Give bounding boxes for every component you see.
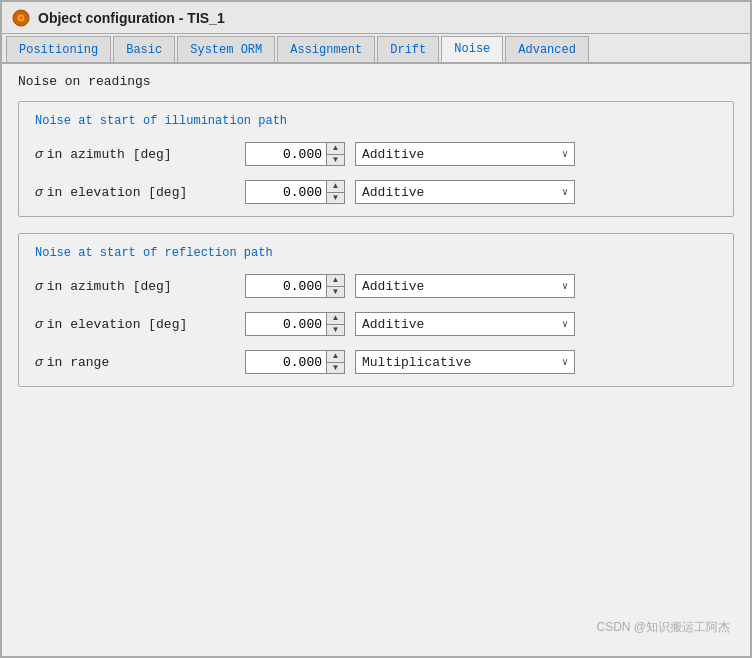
tab-assignment[interactable]: Assignment bbox=[277, 36, 375, 62]
illum-azimuth-dropdown[interactable]: Additive ∨ bbox=[355, 142, 575, 166]
tab-noise[interactable]: Noise bbox=[441, 36, 503, 62]
sigma-symbol: σ bbox=[35, 147, 43, 162]
refl-azimuth-input[interactable] bbox=[246, 275, 326, 297]
refl-elevation-spin-up[interactable]: ▲ bbox=[327, 313, 344, 325]
refl-range-row: σ in range ▲ ▼ Multiplicative ∨ bbox=[35, 350, 717, 374]
sigma-symbol-2: σ bbox=[35, 185, 43, 200]
sigma-symbol-4: σ bbox=[35, 317, 43, 332]
bottom-area: CSDN @知识搬运工阿杰 bbox=[2, 536, 750, 656]
refl-elevation-input[interactable] bbox=[246, 313, 326, 335]
main-window: Object configuration - TIS_1 Positioning… bbox=[0, 0, 752, 658]
illum-azimuth-spin-down[interactable]: ▼ bbox=[327, 155, 344, 166]
refl-range-dropdown-arrow: ∨ bbox=[562, 356, 568, 368]
illum-azimuth-input[interactable] bbox=[246, 143, 326, 165]
illum-elevation-spinbox[interactable]: ▲ ▼ bbox=[245, 180, 345, 204]
illum-elevation-row: σ in elevation [deg] ▲ ▼ Additive ∨ bbox=[35, 180, 717, 204]
illum-elevation-spin-down[interactable]: ▼ bbox=[327, 193, 344, 204]
illum-elevation-input[interactable] bbox=[246, 181, 326, 203]
reflection-group: Noise at start of reflection path σ in a… bbox=[18, 233, 734, 387]
refl-elevation-spinbox-buttons: ▲ ▼ bbox=[326, 313, 344, 335]
refl-azimuth-spinbox-buttons: ▲ ▼ bbox=[326, 275, 344, 297]
refl-range-label: σ in range bbox=[35, 355, 235, 370]
refl-azimuth-dropdown-arrow: ∨ bbox=[562, 280, 568, 292]
illum-azimuth-spinbox-buttons: ▲ ▼ bbox=[326, 143, 344, 165]
sigma-symbol-5: σ bbox=[35, 355, 43, 370]
refl-elevation-spin-down[interactable]: ▼ bbox=[327, 325, 344, 336]
refl-elevation-label: σ in elevation [deg] bbox=[35, 317, 235, 332]
refl-range-spinbox-buttons: ▲ ▼ bbox=[326, 351, 344, 373]
illum-elevation-spin-up[interactable]: ▲ bbox=[327, 181, 344, 193]
illum-elevation-label: σ in elevation [deg] bbox=[35, 185, 235, 200]
refl-azimuth-row: σ in azimuth [deg] ▲ ▼ Additive ∨ bbox=[35, 274, 717, 298]
reflection-group-label: Noise at start of reflection path bbox=[35, 246, 717, 260]
refl-range-dropdown[interactable]: Multiplicative ∨ bbox=[355, 350, 575, 374]
refl-azimuth-spinbox[interactable]: ▲ ▼ bbox=[245, 274, 345, 298]
refl-azimuth-spin-down[interactable]: ▼ bbox=[327, 287, 344, 298]
tab-basic[interactable]: Basic bbox=[113, 36, 175, 62]
window-title: Object configuration - TIS_1 bbox=[38, 10, 225, 26]
tab-advanced[interactable]: Advanced bbox=[505, 36, 589, 62]
illum-azimuth-label: σ in azimuth [deg] bbox=[35, 147, 235, 162]
svg-point-2 bbox=[19, 16, 23, 20]
refl-elevation-row: σ in elevation [deg] ▲ ▼ Additive ∨ bbox=[35, 312, 717, 336]
refl-elevation-spinbox[interactable]: ▲ ▼ bbox=[245, 312, 345, 336]
tab-bar: Positioning Basic System ORM Assignment … bbox=[2, 34, 750, 64]
illumination-group-label: Noise at start of illumination path bbox=[35, 114, 717, 128]
illum-elevation-dropdown-arrow: ∨ bbox=[562, 186, 568, 198]
refl-azimuth-label: σ in azimuth [deg] bbox=[35, 279, 235, 294]
tab-drift[interactable]: Drift bbox=[377, 36, 439, 62]
watermark: CSDN @知识搬运工阿杰 bbox=[596, 619, 730, 636]
section-title: Noise on readings bbox=[18, 74, 734, 89]
app-icon bbox=[12, 9, 30, 27]
refl-range-spinbox[interactable]: ▲ ▼ bbox=[245, 350, 345, 374]
illumination-group: Noise at start of illumination path σ in… bbox=[18, 101, 734, 217]
sigma-symbol-3: σ bbox=[35, 279, 43, 294]
title-bar: Object configuration - TIS_1 bbox=[2, 2, 750, 34]
illum-azimuth-row: σ in azimuth [deg] ▲ ▼ Additive ∨ bbox=[35, 142, 717, 166]
content-area: Noise on readings Noise at start of illu… bbox=[2, 64, 750, 536]
refl-range-spin-up[interactable]: ▲ bbox=[327, 351, 344, 363]
illum-azimuth-spinbox[interactable]: ▲ ▼ bbox=[245, 142, 345, 166]
tab-positioning[interactable]: Positioning bbox=[6, 36, 111, 62]
tab-system-orm[interactable]: System ORM bbox=[177, 36, 275, 62]
refl-azimuth-dropdown[interactable]: Additive ∨ bbox=[355, 274, 575, 298]
refl-elevation-dropdown[interactable]: Additive ∨ bbox=[355, 312, 575, 336]
refl-range-spin-down[interactable]: ▼ bbox=[327, 363, 344, 374]
refl-range-input[interactable] bbox=[246, 351, 326, 373]
illum-azimuth-spin-up[interactable]: ▲ bbox=[327, 143, 344, 155]
refl-elevation-dropdown-arrow: ∨ bbox=[562, 318, 568, 330]
illum-elevation-dropdown[interactable]: Additive ∨ bbox=[355, 180, 575, 204]
illum-elevation-spinbox-buttons: ▲ ▼ bbox=[326, 181, 344, 203]
refl-azimuth-spin-up[interactable]: ▲ bbox=[327, 275, 344, 287]
illum-azimuth-dropdown-arrow: ∨ bbox=[562, 148, 568, 160]
